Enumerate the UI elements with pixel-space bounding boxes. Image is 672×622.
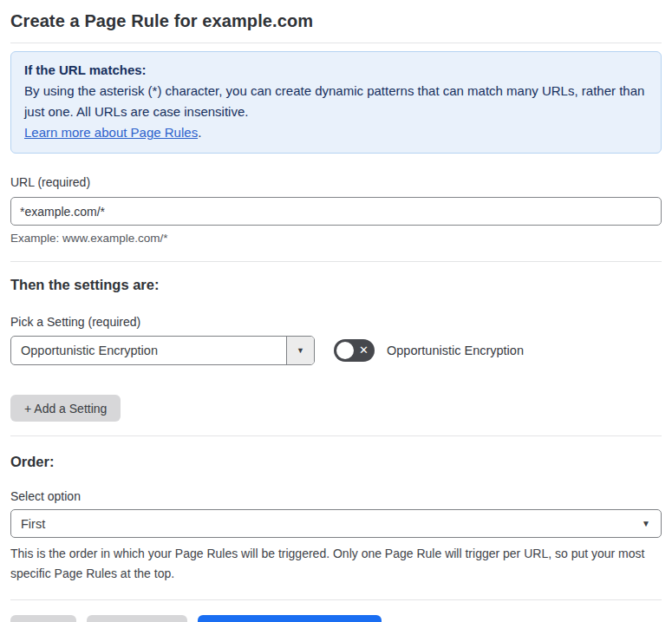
title-divider [10, 43, 662, 43]
cancel-button[interactable]: Cancel [10, 615, 76, 622]
footer-divider [10, 599, 662, 600]
toggle-label: Opportunistic Encryption [387, 344, 524, 357]
order-select-value: First [11, 517, 45, 531]
save-and-deploy-button[interactable]: Save and Deploy Page Rule [198, 615, 382, 622]
info-box-link-line: Learn more about Page Rules. [24, 122, 648, 143]
url-input[interactable] [10, 197, 662, 226]
order-help-text: This is the order in which your Page Rul… [10, 544, 662, 584]
footer-actions: Cancel Save as Draft Save and Deploy Pag… [10, 615, 662, 622]
setting-select-arrow-button[interactable]: ▼ [286, 337, 314, 364]
learn-more-link[interactable]: Learn more about Page Rules [24, 125, 198, 140]
chevron-down-icon: ▼ [297, 346, 304, 355]
info-box-body-text: By using the asterisk (*) character, you… [24, 83, 644, 119]
save-as-draft-button[interactable]: Save as Draft [87, 615, 188, 622]
info-box-body: By using the asterisk (*) character, you… [24, 81, 648, 122]
add-setting-button[interactable]: + Add a Setting [10, 395, 121, 422]
order-select-label: Select option [10, 489, 662, 503]
order-select[interactable]: First ▼ [10, 509, 662, 538]
settings-section-heading: Then the settings are: [10, 277, 662, 293]
setting-toggle-group: ✕ Opportunistic Encryption [334, 339, 524, 362]
url-field-label: URL (required) [10, 175, 662, 189]
link-period: . [198, 125, 201, 140]
order-section-heading: Order: [10, 454, 662, 470]
section-divider [10, 261, 662, 262]
create-page-rule-form: Create a Page Rule for example.com If th… [0, 0, 672, 622]
opportunistic-encryption-toggle[interactable]: ✕ [334, 339, 375, 362]
chevron-down-icon: ▼ [642, 519, 661, 528]
x-icon: ✕ [359, 344, 369, 356]
setting-select[interactable]: Opportunistic Encryption ▼ [10, 336, 315, 365]
setting-row: Opportunistic Encryption ▼ ✕ Opportunist… [10, 336, 662, 365]
url-example-hint: Example: www.example.com/* [10, 232, 662, 245]
section-divider [10, 435, 662, 436]
info-box-heading: If the URL matches: [24, 60, 648, 81]
page-title: Create a Page Rule for example.com [10, 11, 662, 31]
pick-setting-label: Pick a Setting (required) [10, 315, 662, 329]
toggle-knob [336, 342, 354, 359]
url-match-info-box: If the URL matches: By using the asteris… [10, 51, 662, 154]
setting-select-value: Opportunistic Encryption [11, 344, 158, 357]
